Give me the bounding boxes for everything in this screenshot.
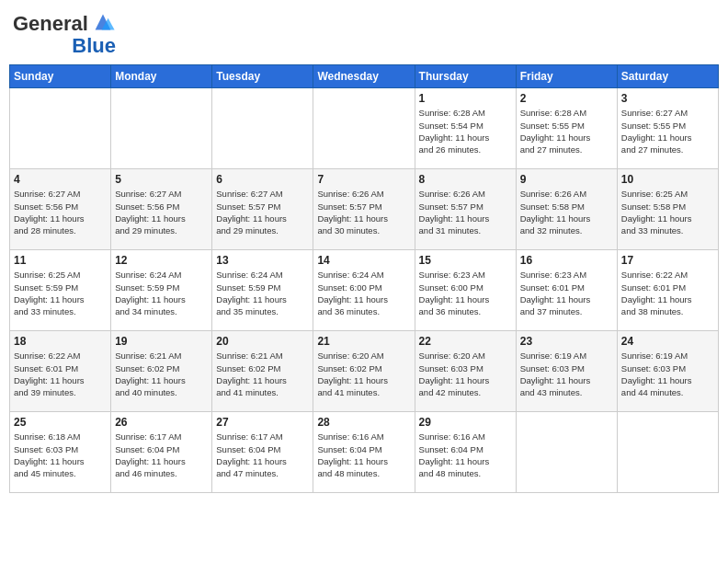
day-number: 16 (520, 254, 613, 267)
day-cell: 17Sunrise: 6:22 AM Sunset: 6:01 PM Dayli… (617, 250, 718, 331)
day-cell: 10Sunrise: 6:25 AM Sunset: 5:58 PM Dayli… (617, 169, 718, 250)
weekday-header-thursday: Thursday (415, 65, 516, 88)
day-info: Sunrise: 6:26 AM Sunset: 5:57 PM Dayligh… (317, 188, 410, 236)
day-cell: 27Sunrise: 6:17 AM Sunset: 6:04 PM Dayli… (212, 412, 313, 493)
day-number: 19 (115, 335, 208, 348)
day-number: 25 (14, 416, 107, 429)
day-cell: 9Sunrise: 6:26 AM Sunset: 5:58 PM Daylig… (516, 169, 617, 250)
week-row-4: 18Sunrise: 6:22 AM Sunset: 6:01 PM Dayli… (10, 331, 719, 412)
day-number: 7 (317, 173, 410, 186)
week-row-3: 11Sunrise: 6:25 AM Sunset: 5:59 PM Dayli… (10, 250, 719, 331)
day-number: 12 (115, 254, 208, 267)
day-info: Sunrise: 6:17 AM Sunset: 6:04 PM Dayligh… (216, 431, 309, 479)
day-number: 24 (621, 335, 714, 348)
day-info: Sunrise: 6:20 AM Sunset: 6:03 PM Dayligh… (419, 350, 512, 398)
day-cell: 25Sunrise: 6:18 AM Sunset: 6:03 PM Dayli… (10, 412, 111, 493)
day-cell: 1Sunrise: 6:28 AM Sunset: 5:54 PM Daylig… (415, 88, 516, 169)
day-cell: 4Sunrise: 6:27 AM Sunset: 5:56 PM Daylig… (10, 169, 111, 250)
day-number: 21 (317, 335, 410, 348)
weekday-header-monday: Monday (111, 65, 212, 88)
day-info: Sunrise: 6:21 AM Sunset: 6:02 PM Dayligh… (115, 350, 208, 398)
day-info: Sunrise: 6:24 AM Sunset: 5:59 PM Dayligh… (216, 269, 309, 317)
day-info: Sunrise: 6:24 AM Sunset: 5:59 PM Dayligh… (115, 269, 208, 317)
day-number: 27 (216, 416, 309, 429)
day-cell: 14Sunrise: 6:24 AM Sunset: 6:00 PM Dayli… (313, 250, 415, 331)
day-info: Sunrise: 6:19 AM Sunset: 6:03 PM Dayligh… (520, 350, 613, 398)
day-number: 1 (419, 92, 512, 105)
day-info: Sunrise: 6:25 AM Sunset: 5:58 PM Dayligh… (621, 188, 714, 236)
day-number: 14 (317, 254, 410, 267)
day-info: Sunrise: 6:28 AM Sunset: 5:55 PM Dayligh… (520, 107, 613, 155)
day-cell: 21Sunrise: 6:20 AM Sunset: 6:02 PM Dayli… (313, 331, 415, 412)
day-cell: 8Sunrise: 6:26 AM Sunset: 5:57 PM Daylig… (415, 169, 516, 250)
day-number: 23 (520, 335, 613, 348)
week-row-1: 1Sunrise: 6:28 AM Sunset: 5:54 PM Daylig… (10, 88, 719, 169)
day-number: 29 (419, 416, 512, 429)
day-number: 6 (216, 173, 309, 186)
weekday-header-wednesday: Wednesday (313, 65, 415, 88)
day-info: Sunrise: 6:22 AM Sunset: 6:01 PM Dayligh… (14, 350, 107, 398)
day-cell: 11Sunrise: 6:25 AM Sunset: 5:59 PM Dayli… (10, 250, 111, 331)
day-info: Sunrise: 6:19 AM Sunset: 6:03 PM Dayligh… (621, 350, 714, 398)
day-cell: 6Sunrise: 6:27 AM Sunset: 5:57 PM Daylig… (212, 169, 313, 250)
day-cell (111, 88, 212, 169)
day-info: Sunrise: 6:16 AM Sunset: 6:04 PM Dayligh… (317, 431, 410, 479)
day-info: Sunrise: 6:17 AM Sunset: 6:04 PM Dayligh… (115, 431, 208, 479)
day-number: 3 (621, 92, 714, 105)
day-info: Sunrise: 6:22 AM Sunset: 6:01 PM Dayligh… (621, 269, 714, 317)
day-number: 8 (419, 173, 512, 186)
day-cell: 26Sunrise: 6:17 AM Sunset: 6:04 PM Dayli… (111, 412, 212, 493)
week-row-5: 25Sunrise: 6:18 AM Sunset: 6:03 PM Dayli… (10, 412, 719, 493)
day-info: Sunrise: 6:23 AM Sunset: 6:00 PM Dayligh… (419, 269, 512, 317)
day-number: 20 (216, 335, 309, 348)
logo: General Blue (13, 13, 116, 57)
day-cell: 19Sunrise: 6:21 AM Sunset: 6:02 PM Dayli… (111, 331, 212, 412)
day-cell (516, 412, 617, 493)
day-info: Sunrise: 6:26 AM Sunset: 5:57 PM Dayligh… (419, 188, 512, 236)
day-cell: 3Sunrise: 6:27 AM Sunset: 5:55 PM Daylig… (617, 88, 718, 169)
day-cell: 15Sunrise: 6:23 AM Sunset: 6:00 PM Dayli… (415, 250, 516, 331)
day-number: 17 (621, 254, 714, 267)
day-info: Sunrise: 6:27 AM Sunset: 5:55 PM Dayligh… (621, 107, 714, 155)
weekday-header-tuesday: Tuesday (212, 65, 313, 88)
week-row-2: 4Sunrise: 6:27 AM Sunset: 5:56 PM Daylig… (10, 169, 719, 250)
day-cell: 20Sunrise: 6:21 AM Sunset: 6:02 PM Dayli… (212, 331, 313, 412)
weekday-header-friday: Friday (516, 65, 617, 88)
day-cell: 16Sunrise: 6:23 AM Sunset: 6:01 PM Dayli… (516, 250, 617, 331)
logo-icon (90, 9, 116, 35)
logo-general: General (13, 13, 88, 35)
day-number: 18 (14, 335, 107, 348)
day-info: Sunrise: 6:27 AM Sunset: 5:56 PM Dayligh… (115, 188, 208, 236)
day-number: 4 (14, 173, 107, 186)
day-number: 10 (621, 173, 714, 186)
day-cell: 2Sunrise: 6:28 AM Sunset: 5:55 PM Daylig… (516, 88, 617, 169)
day-info: Sunrise: 6:16 AM Sunset: 6:04 PM Dayligh… (419, 431, 512, 479)
day-info: Sunrise: 6:26 AM Sunset: 5:58 PM Dayligh… (520, 188, 613, 236)
day-cell: 28Sunrise: 6:16 AM Sunset: 6:04 PM Dayli… (313, 412, 415, 493)
day-info: Sunrise: 6:23 AM Sunset: 6:01 PM Dayligh… (520, 269, 613, 317)
header: General Blue (9, 9, 719, 57)
day-info: Sunrise: 6:25 AM Sunset: 5:59 PM Dayligh… (14, 269, 107, 317)
day-cell: 7Sunrise: 6:26 AM Sunset: 5:57 PM Daylig… (313, 169, 415, 250)
day-number: 28 (317, 416, 410, 429)
day-info: Sunrise: 6:27 AM Sunset: 5:56 PM Dayligh… (14, 188, 107, 236)
day-number: 13 (216, 254, 309, 267)
day-number: 9 (520, 173, 613, 186)
day-number: 2 (520, 92, 613, 105)
day-cell: 29Sunrise: 6:16 AM Sunset: 6:04 PM Dayli… (415, 412, 516, 493)
weekday-header-saturday: Saturday (617, 65, 718, 88)
day-cell: 5Sunrise: 6:27 AM Sunset: 5:56 PM Daylig… (111, 169, 212, 250)
day-cell (212, 88, 313, 169)
day-cell: 13Sunrise: 6:24 AM Sunset: 5:59 PM Dayli… (212, 250, 313, 331)
logo-blue: Blue (72, 35, 116, 57)
day-cell (10, 88, 111, 169)
day-cell: 23Sunrise: 6:19 AM Sunset: 6:03 PM Dayli… (516, 331, 617, 412)
day-info: Sunrise: 6:21 AM Sunset: 6:02 PM Dayligh… (216, 350, 309, 398)
day-cell: 18Sunrise: 6:22 AM Sunset: 6:01 PM Dayli… (10, 331, 111, 412)
weekday-header-sunday: Sunday (10, 65, 111, 88)
day-number: 11 (14, 254, 107, 267)
calendar-table: SundayMondayTuesdayWednesdayThursdayFrid… (9, 64, 719, 493)
day-cell: 12Sunrise: 6:24 AM Sunset: 5:59 PM Dayli… (111, 250, 212, 331)
day-cell: 24Sunrise: 6:19 AM Sunset: 6:03 PM Dayli… (617, 331, 718, 412)
day-number: 5 (115, 173, 208, 186)
